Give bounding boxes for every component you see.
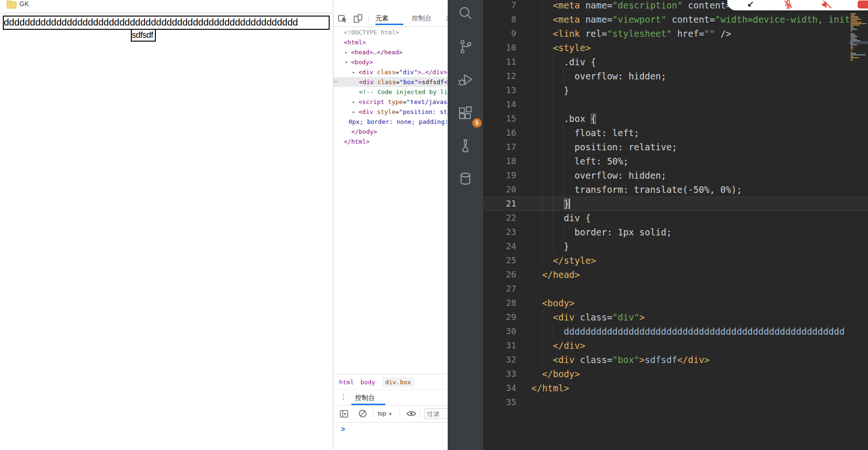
dom-tree-row[interactable]: </body> (333, 127, 448, 137)
dom-tree-row[interactable]: 0px; border: none; padding: 0px;" (333, 117, 448, 127)
code-line[interactable]: 23 border: 1px solid; (483, 225, 868, 239)
testing-flask-icon[interactable] (457, 138, 474, 154)
search-icon[interactable] (457, 5, 474, 22)
tab-elements[interactable]: 元素 (375, 14, 389, 23)
code-line[interactable]: 11 .div { (483, 55, 868, 69)
line-number: 7 (483, 0, 516, 12)
expand-arrow-icon[interactable]: ▸ (352, 97, 358, 107)
kebab-menu-icon[interactable]: ⋮ (340, 393, 347, 401)
code-line[interactable]: 33 </body> (483, 367, 868, 381)
line-number: 15 (483, 112, 516, 126)
dom-tree-row[interactable]: ▸<div class="div">…</div> (333, 67, 448, 77)
breadcrumb: htmlbodydiv.box (333, 374, 448, 390)
inspect-element-icon[interactable] (338, 13, 348, 24)
console-filter-input[interactable] (424, 408, 448, 419)
dropdown-arrow-icon: ▼ (388, 412, 392, 416)
breadcrumb-item[interactable]: div.box (382, 377, 415, 387)
browser-tab-title: GK (19, 0, 29, 8)
code-line[interactable]: 8 <meta name="viewport" content="width=d… (483, 12, 868, 26)
tab-console[interactable]: 控制台 (412, 14, 432, 23)
code-line[interactable]: 19 overflow: hidden; (483, 168, 868, 182)
code-editor[interactable]: 7 <meta name="description" content="" />… (483, 0, 868, 450)
console-drawer-tabs: ⋮ 控制台 (333, 389, 448, 406)
dom-tree-row[interactable]: <!-- Code injected by live-server --> (333, 87, 448, 97)
drawer-tab-console[interactable]: 控制台 (355, 394, 375, 402)
code-line[interactable]: 30 ddddddddddddddddddddddddddddddddddddd… (483, 324, 868, 338)
collapse-arrow-icon[interactable]: ▾ (345, 57, 351, 67)
arrow-down-left-icon[interactable]: ↙ (747, 0, 754, 9)
console-prompt-chevron[interactable]: > (341, 425, 345, 433)
code-line[interactable]: 29 <div class="div"> (483, 310, 868, 324)
speaker-muted-icon[interactable] (821, 0, 832, 9)
source-control-icon[interactable] (457, 38, 474, 55)
code-line[interactable]: 26 </head> (483, 268, 868, 282)
expand-arrow-icon[interactable]: ▸ (352, 67, 358, 77)
dom-tree-row[interactable]: ▸<div style="position: static; left: (333, 107, 448, 117)
dom-tree-row[interactable]: <html> (333, 37, 448, 47)
text-cursor (569, 199, 570, 209)
line-number: 24 (483, 239, 516, 253)
code-line[interactable]: 21 } (483, 197, 868, 211)
device-toolbar-icon[interactable] (353, 13, 363, 24)
extensions-icon[interactable] (457, 104, 474, 121)
code-line[interactable]: 34</html> (483, 381, 868, 395)
line-number: 17 (483, 140, 516, 154)
code-line[interactable]: 24 } (483, 239, 868, 253)
record-button[interactable] (858, 0, 868, 9)
run-debug-icon[interactable] (457, 71, 474, 88)
code-line[interactable]: 18 left: 50%; (483, 154, 868, 168)
line-number: 20 (483, 182, 516, 197)
line-number: 22 (483, 211, 516, 225)
code-line[interactable]: 16 float: left; (483, 126, 868, 140)
code-line[interactable]: 28 <body> (483, 296, 868, 310)
console-context-selector[interactable]: top▼ (378, 410, 392, 417)
toolbar-separator (420, 410, 421, 418)
code-line[interactable]: 17 position: relative; (483, 140, 868, 154)
line-number: 18 (483, 154, 516, 168)
more-actions-icon[interactable]: ⋯ (334, 77, 337, 87)
devtools-panel: 元素 控制台 来 <!DOCTYPE html><html>▸<head>…</… (333, 0, 448, 450)
code-line[interactable]: 10 <style> (483, 41, 868, 55)
dom-tree-row[interactable]: ⋯<div class="box">sdfsdf</div> (333, 77, 448, 87)
dom-tree-row[interactable]: <!DOCTYPE html> (333, 27, 448, 37)
clear-console-icon[interactable] (358, 409, 367, 418)
line-number: 16 (483, 126, 516, 140)
active-tab-underline (375, 24, 403, 25)
dom-tree-row[interactable]: ▸<script type="text/javascript"> (333, 97, 448, 107)
toolbar-separator (368, 14, 369, 23)
live-expression-eye-icon[interactable] (406, 409, 417, 418)
code-line[interactable]: 22 div { (483, 211, 868, 225)
folder-icon (7, 0, 16, 8)
minimap[interactable] (849, 0, 868, 170)
code-line[interactable]: 27 (483, 282, 868, 296)
code-line[interactable]: 20 transform: translate(-50%, 0%); (483, 182, 868, 197)
code-line[interactable]: 35 (483, 395, 868, 409)
browser-tab[interactable]: GK (7, 0, 29, 12)
microphone-muted-icon[interactable] (783, 0, 793, 9)
dom-tree-row[interactable]: ▾<body> (333, 57, 448, 67)
code-line[interactable]: 13 } (483, 83, 868, 97)
code-line[interactable]: 9 <link rel="stylesheet" href="" /> (483, 26, 868, 41)
line-number: 12 (483, 69, 516, 83)
database-icon[interactable] (457, 171, 474, 187)
line-number: 30 (483, 324, 516, 338)
code-line[interactable]: 14 (483, 97, 868, 112)
code-line[interactable]: 32 <div class="box">sdfsdf</div> (483, 353, 868, 367)
code-line[interactable]: 25 </style> (483, 253, 868, 268)
console-sidebar-toggle-icon[interactable] (339, 409, 349, 419)
browser-viewport: GK ddddddddddddddddddddddddddddddddddddd… (0, 0, 333, 450)
expand-arrow-icon[interactable]: ▸ (352, 107, 358, 117)
breadcrumb-item[interactable]: html (339, 379, 354, 386)
line-number: 25 (483, 253, 516, 268)
page-div-long-text: dddddddddddddddddddddddddddddddddddddddd… (3, 16, 330, 30)
code-line[interactable]: 15 .box { (483, 112, 868, 126)
code-line[interactable]: 12 overflow: hidden; (483, 69, 868, 83)
line-number: 28 (483, 296, 516, 310)
code-line[interactable]: 31 </div> (483, 338, 868, 353)
line-number: 34 (483, 381, 516, 395)
breadcrumb-item[interactable]: body (360, 379, 375, 386)
console-toolbar: top▼ (333, 405, 448, 423)
dom-tree-row[interactable]: </html> (333, 137, 448, 147)
expand-arrow-icon[interactable]: ▸ (345, 47, 351, 57)
dom-tree-row[interactable]: ▸<head>…</head> (333, 47, 448, 57)
